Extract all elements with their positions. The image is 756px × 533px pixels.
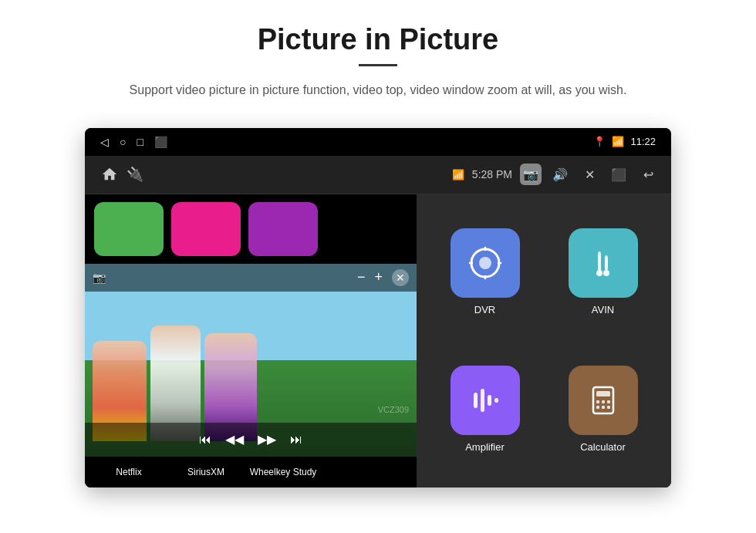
status-time: 11:22 xyxy=(630,136,656,147)
svg-rect-16 xyxy=(602,406,605,409)
page-title: Picture in Picture xyxy=(46,23,710,56)
status-bar-right: 📍 📶 11:22 xyxy=(593,136,656,147)
pip-video[interactable]: 📷 − + ✕ ⏮ ◀◀ ▶▶ ⏭ VCZ309 xyxy=(85,264,417,457)
camera-button[interactable]: 📷 xyxy=(520,164,542,185)
usb-icon: 🔌 xyxy=(127,166,143,183)
svg-point-5 xyxy=(603,270,609,276)
pip-plus-button[interactable]: + xyxy=(374,269,383,285)
app-area: 📷 − + ✕ ⏮ ◀◀ ▶▶ ⏭ VCZ309 xyxy=(85,194,671,487)
pip-close-button[interactable]: ✕ xyxy=(392,269,409,286)
android-toolbar: 🔌 📶 5:28 PM 📷 🔊 ✕ ⬛ ↩ xyxy=(85,156,671,194)
calculator-app-item[interactable]: Calculator xyxy=(550,347,656,472)
svg-rect-17 xyxy=(607,406,610,409)
pip-camera-icon: 📷 xyxy=(93,272,106,284)
netflix-label: Netflix xyxy=(94,467,164,477)
rewind-button[interactable]: ◀◀ xyxy=(225,432,244,447)
avin-label: AVIN xyxy=(592,304,614,315)
pip-controls-bar: 📷 − + ✕ xyxy=(85,264,417,292)
volume-button[interactable]: 🔊 xyxy=(549,164,571,185)
back-button[interactable]: ↩ xyxy=(637,164,659,185)
toolbar-left: 🔌 xyxy=(97,162,143,187)
app-row-top xyxy=(85,194,417,264)
netflix-app-icon[interactable] xyxy=(94,202,164,256)
amplifier-icon-svg xyxy=(466,381,505,420)
device-frame: ◁ ○ □ ⬛ 📍 📶 11:22 🔌 📶 5:28 PM 📷 🔊 ✕ xyxy=(85,128,671,487)
wifi-toolbar-icon: 📶 xyxy=(452,169,464,180)
svg-rect-12 xyxy=(596,400,599,403)
recents-nav-icon[interactable]: □ xyxy=(137,136,143,148)
svg-point-4 xyxy=(596,270,602,276)
svg-rect-7 xyxy=(481,389,484,412)
screenshot-icon[interactable]: ⬛ xyxy=(154,136,167,148)
pip-playback-bar: ⏮ ◀◀ ▶▶ ⏭ xyxy=(85,423,417,457)
next-track-button[interactable]: ⏭ xyxy=(290,433,302,447)
watermark: VCZ309 xyxy=(378,405,409,414)
title-divider xyxy=(359,64,397,66)
pip-minus-button[interactable]: − xyxy=(357,269,366,285)
wifi-status-icon: 📶 xyxy=(612,136,624,147)
svg-rect-9 xyxy=(494,398,498,403)
calculator-app-icon xyxy=(569,366,638,435)
home-nav-icon[interactable]: ○ xyxy=(120,136,126,148)
siriusxm-label: SiriusXM xyxy=(171,467,241,477)
fast-forward-button[interactable]: ▶▶ xyxy=(258,432,276,447)
pip-section: 📷 − + ✕ ⏮ ◀◀ ▶▶ ⏭ VCZ309 xyxy=(85,194,417,487)
pip-resize-controls: − + ✕ xyxy=(357,269,409,286)
dvr-app-icon xyxy=(451,228,520,298)
svg-rect-3 xyxy=(605,255,608,271)
window-button[interactable]: ⬛ xyxy=(608,164,629,185)
home-button[interactable] xyxy=(97,162,122,187)
amplifier-app-item[interactable]: Amplifier xyxy=(432,347,538,472)
svg-rect-15 xyxy=(596,406,599,409)
svg-rect-14 xyxy=(607,400,610,403)
page-header: Picture in Picture Support video picture… xyxy=(0,0,756,113)
app-grid-right: DVR AVIN xyxy=(417,194,671,487)
status-bar-nav: ◁ ○ □ ⬛ xyxy=(100,136,167,148)
calculator-label: Calculator xyxy=(580,441,626,453)
avin-app-icon xyxy=(569,228,638,298)
home-icon xyxy=(101,166,118,183)
wheelkey-app-icon[interactable] xyxy=(248,202,318,256)
toolbar-time: 5:28 PM xyxy=(472,168,512,180)
avin-app-item[interactable]: AVIN xyxy=(550,210,656,335)
siriusxm-app-icon[interactable] xyxy=(171,202,241,256)
back-nav-icon[interactable]: ◁ xyxy=(100,136,109,148)
location-icon: 📍 xyxy=(593,136,606,147)
svg-rect-11 xyxy=(596,391,610,396)
svg-rect-6 xyxy=(474,393,478,408)
amplifier-label: Amplifier xyxy=(465,441,505,453)
svg-point-1 xyxy=(479,257,491,269)
dvr-label: DVR xyxy=(474,304,495,315)
dvr-app-item[interactable]: DVR xyxy=(432,210,538,335)
calculator-icon-svg xyxy=(584,381,623,420)
toolbar-right: 📶 5:28 PM 📷 🔊 ✕ ⬛ ↩ xyxy=(452,164,659,185)
dvr-icon-svg xyxy=(466,244,505,282)
close-window-button[interactable]: ✕ xyxy=(579,164,600,185)
amplifier-app-icon xyxy=(451,366,520,435)
page-subtitle: Support video picture in picture functio… xyxy=(108,80,648,100)
svg-rect-13 xyxy=(602,400,605,403)
svg-rect-8 xyxy=(488,395,491,406)
avin-icon-svg xyxy=(584,244,623,282)
wheelkey-label: Wheelkey Study xyxy=(248,467,318,477)
status-bar: ◁ ○ □ ⬛ 📍 📶 11:22 xyxy=(85,128,671,156)
prev-track-button[interactable]: ⏮ xyxy=(199,433,211,447)
app-labels-row: Netflix SiriusXM Wheelkey Study xyxy=(85,457,417,487)
